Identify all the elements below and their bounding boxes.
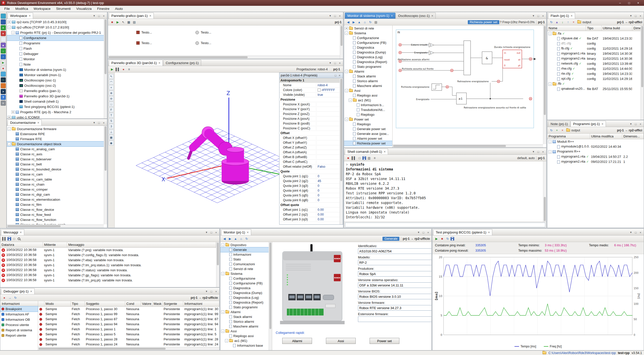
tree-item[interactable]: -Diagnostica (Report) — [344, 60, 392, 64]
tab-system-monitor[interactable]: Monitor di sistema (sysm-1)× — [345, 13, 395, 19]
column-header[interactable]: Ultima build — [601, 25, 632, 31]
delete-icon[interactable]: × — [560, 128, 565, 133]
tree-item[interactable]: -Firmware RTE — [7, 136, 104, 141]
run-icon[interactable]: ▶ — [1, 60, 6, 65]
tree-item[interactable]: -Riepilogo — [344, 122, 392, 127]
float-icon[interactable]: □ — [333, 74, 338, 77]
tree-item[interactable]: -Classe rc_cam_table — [7, 177, 104, 182]
close-icon[interactable]: × — [30, 290, 32, 293]
quick-link-assi[interactable]: Assi — [326, 338, 356, 344]
property-row[interactable]: Quota joint 5 (qj5)0 — [279, 193, 340, 198]
tree-item[interactable]: -Configurazione (FB) — [220, 281, 269, 286]
close-icon[interactable]: × — [102, 121, 106, 125]
column-header[interactable]: Data/ora — [0, 242, 43, 247]
breakpoint-row[interactable]: SempreFetchProcesso 1, passo 87NessunaPe… — [38, 316, 219, 321]
graphic-canvas[interactable]: Testo...Testo...Testo...Testo... — [108, 25, 340, 55]
tree-item[interactable]: -Trasduttore/Att... — [344, 107, 392, 112]
tree-item[interactable]: -Comunicazioni — [220, 262, 269, 267]
property-row[interactable]: Offset — [279, 131, 340, 136]
snapshot-icon[interactable]: ◉ — [109, 140, 114, 145]
tab-programmi[interactable]: Programmi (prj-1)× — [571, 121, 606, 127]
close-icon[interactable]: × — [638, 122, 642, 126]
property-row[interactable]: Quota joint 4 (qj4)0 — [279, 188, 340, 193]
close-icon[interactable]: × — [149, 14, 151, 18]
property-row[interactable]: Offset Z (offsetZ) — [279, 145, 340, 150]
tree-item[interactable]: -Classe rc_bdeserver — [7, 157, 104, 162]
tree-item[interactable]: -Generale power set — [344, 127, 392, 131]
breakpoint-row[interactable]: SempreFetchProcesso 1, passo 30NessunaPe… — [38, 306, 219, 311]
settings-icon[interactable]: ≡ — [126, 67, 132, 72]
tree-item[interactable]: +rp2-loris [TCP/IP 10.0.45.3:8100] — [7, 19, 104, 25]
property-row[interactable]: Quota joint 3 (qj3)0 — [279, 184, 340, 188]
chevron-down-icon[interactable]: ▾ — [328, 61, 332, 65]
tree-item[interactable]: -Dispositivo — [220, 243, 269, 247]
tree-item[interactable]: -Configurazione — [220, 276, 269, 281]
chevron-down-icon[interactable]: ▾ — [629, 122, 633, 126]
tree-item[interactable]: -Stato programmi — [344, 64, 392, 69]
tab-note[interactable]: Note (prj-1) — [548, 121, 570, 127]
build-all-icon[interactable]: ▲ — [554, 20, 559, 25]
tab-pan1[interactable]: Pannello grafico (pan-1)× — [109, 13, 154, 19]
refresh-icon[interactable]: ↻ — [244, 236, 249, 241]
scrollbar-horizontal[interactable] — [393, 144, 543, 147]
settings-icon[interactable]: ≡ — [372, 156, 377, 161]
file-row[interactable]: -cfgsave.dat✓file DAT19/04/2021 14:23:33 — [547, 36, 640, 41]
settings-icon[interactable]: ≡ — [1, 101, 6, 106]
close-icon[interactable]: × — [571, 14, 573, 18]
tree-item[interactable]: -Stack allarmi — [220, 314, 269, 319]
shell-tool-icon[interactable]: > — [1, 89, 6, 94]
tree-item[interactable]: -Diagnostica (Dump) — [220, 290, 269, 295]
menu-finestre[interactable]: Finestre — [94, 6, 112, 12]
property-row[interactable]: Colore (color)#FFFFFF — [279, 88, 340, 93]
tree-item[interactable]: -Progetto RTE (prj-1) - Descrizione del … — [7, 30, 104, 35]
zoom-out-icon[interactable]: ⊖ — [109, 96, 114, 101]
scrollbar-horizontal[interactable] — [38, 347, 219, 350]
program-row[interactable]: -Programmi R++ — [547, 149, 644, 154]
tree-item[interactable]: -Oscilloscopio (osc-1) — [7, 78, 104, 83]
tree-item[interactable]: -Diagnostica (Log) — [220, 295, 269, 300]
property-row[interactable]: Posizione B (posB) — [279, 121, 340, 126]
tree-item[interactable]: -Sistema — [344, 31, 392, 36]
close-icon[interactable]: × — [338, 61, 342, 65]
tree-item[interactable]: -Stack allarmi — [344, 74, 392, 79]
tree-item[interactable]: -Classe rc_flow_device — [7, 207, 104, 212]
property-row[interactable]: Posizione X (posX) — [279, 102, 340, 107]
file-row[interactable]: -rhw.cfg✓config11/02/2021 14:44:00 — [547, 66, 640, 71]
refresh-icon[interactable]: ↻ — [549, 20, 554, 25]
property-row[interactable]: Visibile (visible)true — [279, 93, 340, 97]
delete-icon[interactable]: × — [571, 20, 576, 25]
float-icon[interactable]: □ — [634, 122, 638, 126]
column-header[interactable] — [38, 301, 44, 306]
column-header[interactable]: Ultima modifica — [590, 134, 622, 139]
copy-icon[interactable]: ▥ — [367, 156, 372, 161]
float-icon[interactable]: □ — [421, 230, 425, 234]
clear-icon[interactable]: □ — [357, 156, 362, 161]
tree-item[interactable]: -Stato programmi — [220, 305, 269, 310]
tree-item[interactable]: -Classe rc_flow_function — [7, 217, 104, 222]
column-header[interactable]: Valore — [141, 301, 152, 306]
message-row[interactable]: ×10/03/2022 10:36:58sysm-1Variabile (?.t… — [0, 262, 216, 268]
close-icon[interactable]: × — [431, 14, 433, 18]
close-icon[interactable]: × — [247, 231, 249, 234]
column-header[interactable]: Sorgente — [162, 301, 183, 306]
play-icon[interactable]: ▶ — [434, 236, 439, 241]
tab-messaggi[interactable]: Messaggi× — [1, 229, 24, 235]
message-row[interactable]: ×10/03/2022 10:36:58sysm-1Variabile (?.e… — [0, 257, 216, 262]
float-icon[interactable]: □ — [634, 230, 638, 234]
program-row[interactable]: -myprogram1.r4a✓19/04/2021 14:50:272.2 — [547, 154, 644, 159]
column-header[interactable]: Mask — [152, 301, 162, 306]
tree-item[interactable]: -Stato — [220, 257, 269, 262]
stop-icon[interactable]: ■ — [110, 20, 115, 25]
property-row[interactable]: Quota joint 1 (qj1)0 — [279, 174, 340, 179]
pan-view-icon[interactable]: + — [109, 85, 114, 90]
upload-icon[interactable]: ↑ — [1, 54, 6, 59]
breakpoint-row[interactable]: SempreFetchProcesso 1, passo 94NessunaPe… — [38, 321, 219, 327]
property-row[interactable]: Offset Y (offsetY) — [279, 140, 340, 145]
column-header[interactable]: Tipo — [586, 25, 601, 31]
file-row[interactable]: -xpl.cfg✓config11/02/2021 14:29:16 — [547, 76, 640, 81]
field-input[interactable] — [358, 305, 431, 311]
debug-info-item[interactable]: Breakpoint — [0, 306, 38, 312]
chevron-down-icon[interactable]: ▾ — [92, 121, 96, 125]
tree-item[interactable]: -Monitor — [7, 56, 104, 62]
tab-flash[interactable]: Flash (prj-1)× — [548, 13, 575, 19]
